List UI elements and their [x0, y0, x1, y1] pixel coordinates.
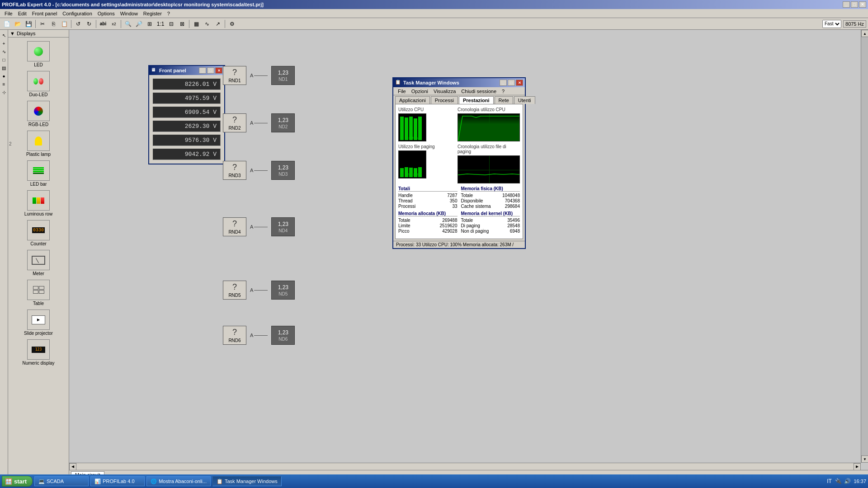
redo-icon[interactable]: ↻ [84, 19, 94, 29]
lt-display[interactable]: ▤ [0, 64, 8, 71]
menu-window[interactable]: Window [118, 10, 141, 17]
undo-icon[interactable]: ↺ [73, 19, 83, 29]
zoom-out-icon[interactable]: 🔎 [134, 19, 144, 29]
menu-configuration[interactable]: Configuration [60, 10, 94, 17]
rnd5-wire: A [250, 287, 268, 293]
zoom-100-icon[interactable]: 1:1 [156, 19, 165, 29]
connect-icon[interactable]: ↗ [213, 19, 223, 29]
hscroll-left[interactable]: ◀ [69, 463, 76, 470]
menu-options[interactable]: Options [95, 10, 118, 17]
speed-select[interactable]: Fast [822, 20, 841, 28]
tm-menu-help[interactable]: ? [499, 88, 507, 94]
sidebar-item-duo-led[interactable]: Duo-LED [8, 69, 69, 99]
lt-plus[interactable]: + [0, 40, 8, 47]
zoom-icon2[interactable]: ⊟ [166, 19, 176, 29]
tm-menu-file[interactable]: File [395, 88, 409, 94]
copy-icon[interactable]: ⎘ [48, 19, 58, 29]
taskbar-taskmgr[interactable]: 📋 Task Manager Windows [212, 476, 282, 486]
zoom-icon3[interactable]: ⊠ [177, 19, 187, 29]
hscroll-right[interactable]: ▶ [854, 463, 861, 470]
nd2-box[interactable]: 1,23 ND2 [271, 113, 295, 132]
canvas-vscrollbar[interactable]: ▲ ▼ [861, 30, 868, 463]
step-icon[interactable]: x2 [109, 19, 119, 29]
sidebar-item-counter[interactable]: 0330 Counter [8, 218, 69, 248]
menu-file[interactable]: File [2, 10, 15, 17]
rnd6-box[interactable]: ? RND6 [223, 326, 246, 345]
front-panel-minimize[interactable]: _ [199, 67, 206, 74]
front-panel-close[interactable]: ✕ [215, 67, 222, 74]
front-panel-title-bar[interactable]: 🖥 Front panel _ □ ✕ [149, 66, 224, 75]
task-manager-close[interactable]: ✕ [516, 80, 523, 86]
sidebar-item-plastic-lamp[interactable]: 2 Plastic lamp [8, 129, 69, 159]
rnd5-box[interactable]: ? RND5 [223, 281, 246, 300]
nd5-box[interactable]: 1,23 ND5 [271, 281, 295, 300]
start-label: start [14, 478, 27, 485]
menu-register[interactable]: Register [141, 10, 165, 17]
run-icon[interactable]: abi [98, 19, 108, 29]
lt-cursor[interactable]: ↖ [0, 32, 8, 39]
minimize-btn[interactable]: _ [843, 1, 850, 8]
menu-help[interactable]: ? [165, 10, 173, 17]
menu-frontpanel[interactable]: Front panel [29, 10, 60, 17]
zoom-in-icon[interactable]: 🔍 [123, 19, 133, 29]
lt-component[interactable]: □ [0, 56, 8, 63]
sidebar-led-bar-label: LED bar [30, 182, 47, 187]
sidebar-item-slide-projector[interactable]: ▶ Slide projector [8, 308, 69, 338]
nd6-box[interactable]: 1,23 ND6 [271, 326, 295, 345]
save-icon[interactable]: 💾 [24, 19, 33, 29]
sidebar-item-numeric-display[interactable]: 123 Numeric display [8, 338, 69, 367]
sidebar-item-table[interactable]: Table [8, 278, 69, 308]
tm-menu-visualizza[interactable]: Visualizza [431, 88, 458, 94]
rnd2-box[interactable]: ? RND2 [223, 113, 246, 132]
rnd5-line [254, 290, 268, 291]
tm-fisica-cache-label: Cache sistema [461, 204, 491, 209]
sidebar-item-led[interactable]: LED [8, 39, 69, 69]
vscroll-down[interactable]: ▼ [861, 455, 868, 463]
tm-tab-rete[interactable]: Rete [495, 96, 513, 104]
nd4-box[interactable]: 1,23 ND4 [271, 217, 295, 236]
paste-icon[interactable]: 📋 [59, 19, 69, 29]
task-manager-title-bar[interactable]: 📋 Task Manager Windows _ □ ✕ [393, 78, 525, 87]
sidebar-item-led-bar[interactable]: LED bar [8, 159, 69, 188]
arrange-icon[interactable]: ▦ [191, 19, 201, 29]
led-component-icon [27, 41, 50, 61]
tm-tab-processi[interactable]: Processi [431, 96, 458, 104]
tm-menu-opzioni[interactable]: Opzioni [409, 88, 431, 94]
taskbar-mostra[interactable]: 🌐 Mostra Abaconi-onli... [146, 476, 211, 486]
rnd1-box[interactable]: ? RND1 [223, 66, 246, 85]
rnd3-box[interactable]: ? RND3 [223, 161, 246, 180]
settings-icon[interactable]: ⚙ [227, 19, 237, 29]
start-button[interactable]: 🪟 start [2, 476, 33, 487]
nd1-box[interactable]: 1,23 ND1 [271, 66, 295, 85]
task-manager-minimize[interactable]: _ [500, 80, 507, 86]
zoom-fit-icon[interactable]: ⊞ [145, 19, 155, 29]
vscroll-track[interactable] [861, 37, 868, 455]
maximize-btn[interactable]: □ [851, 1, 858, 8]
new-icon[interactable]: 📄 [2, 19, 12, 29]
lt-node[interactable]: ● [0, 72, 8, 80]
lt-probe[interactable]: ⊹ [0, 89, 8, 96]
sidebar-item-luminous-row[interactable]: Luminous row [8, 188, 69, 218]
lt-wire[interactable]: ∿ [0, 48, 8, 55]
wire-icon[interactable]: ∿ [202, 19, 212, 29]
tm-menu-chiudi[interactable]: Chiudi sessione [458, 88, 499, 94]
taskbar-scada[interactable]: 💻 SCADA [34, 476, 89, 486]
vscroll-up[interactable]: ▲ [861, 30, 868, 37]
tm-tab-applicazioni[interactable]: Applicazioni [395, 96, 430, 104]
sidebar-item-meter[interactable]: Meter [8, 248, 69, 278]
lt-bus[interactable]: ≡ [0, 80, 8, 88]
rnd4-box[interactable]: ? RND4 [223, 217, 246, 236]
close-btn[interactable]: ✕ [859, 1, 866, 8]
plastic-lamp-component-icon [27, 131, 50, 151]
sidebar-item-rgb-led[interactable]: RGB-LED [8, 99, 69, 129]
taskbar-profilab[interactable]: 📊 PROFILab 4.0 [90, 476, 145, 486]
cut-icon[interactable]: ✂ [38, 19, 47, 29]
front-panel-maximize[interactable]: □ [207, 67, 214, 74]
menu-edit[interactable]: Edit [15, 10, 29, 17]
task-manager-maximize[interactable]: □ [508, 80, 515, 86]
tm-tab-prestazioni[interactable]: Prestazioni [459, 96, 494, 104]
nd3-box[interactable]: 1,23 ND3 [271, 161, 295, 180]
open-icon[interactable]: 📂 [13, 19, 23, 29]
canvas-hscrollbar[interactable]: ◀ ▶ [69, 463, 861, 470]
tm-tab-utenti[interactable]: Utenti [514, 96, 535, 104]
